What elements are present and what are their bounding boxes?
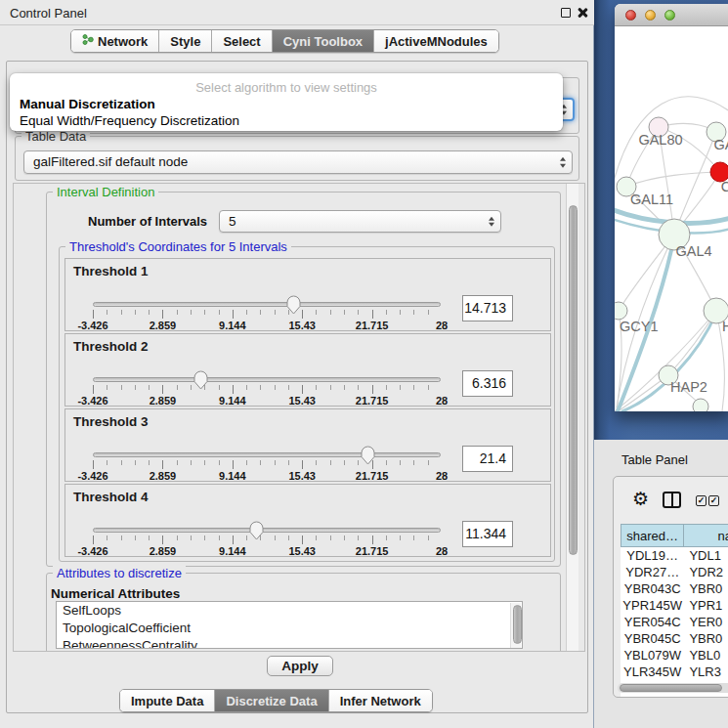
network-window-titlebar[interactable] [615, 4, 728, 26]
table-row[interactable]: YDR27…YDR2 [621, 564, 728, 580]
cyni-toolbox-panel: Discretization Algorithm Table Data galF… [6, 61, 588, 713]
tab-infer-network[interactable]: Infer Network [329, 690, 432, 711]
tab-style[interactable]: Style [159, 30, 212, 52]
number-of-intervals-value: 5 [229, 214, 236, 229]
threshold-4-label: Threshold 4 [73, 490, 149, 504]
table-row[interactable]: YDL19…YDL1 [621, 547, 728, 564]
gear-icon[interactable]: ⚙ [632, 490, 649, 508]
cell-name[interactable]: YBR0 [684, 580, 728, 597]
threshold-4-panel: Threshold 4 -3.4262.8599.14415.4321.7152… [64, 484, 551, 557]
threshold-2-slider-thumb[interactable] [192, 369, 210, 390]
numerical-attributes-list[interactable]: SelfLoopsTopologicalCoefficientBetweenne… [56, 601, 523, 649]
tab-style-label: Style [170, 34, 200, 49]
tab-jactivemnodules[interactable]: jActiveMNodules [374, 30, 498, 52]
cell-shared-name[interactable]: YBR043C [621, 580, 684, 597]
attributes-group-label: Attributes to discretize [53, 566, 186, 580]
threshold-3-slider-track[interactable] [93, 452, 441, 457]
threshold-2-value-field[interactable]: 6.316 [462, 370, 513, 397]
network-canvas[interactable]: GAL80GACGAL11GAL4GCY1HHAP2 [615, 26, 728, 411]
number-of-intervals-combobox[interactable]: 5 [219, 210, 501, 233]
columns-icon[interactable] [663, 492, 681, 508]
threshold-2-slider-track[interactable] [93, 377, 441, 382]
network-view-window: GAL80GACGAL11GAL4GCY1HHAP2 [615, 4, 728, 411]
table-row[interactable]: YLR345WYLR3 [621, 664, 728, 680]
table-header-row: shared… na [621, 524, 728, 547]
threshold-3-value-field[interactable]: 21.4 [462, 446, 513, 472]
table-data-combobox[interactable]: galFiltered.sif default node [23, 150, 573, 174]
checkbox-icon[interactable]: ✓ [696, 495, 707, 506]
column-header-name[interactable]: na [684, 524, 728, 547]
popup-option-equal-width-frequency[interactable]: Equal Width/Frequency Discretization [14, 112, 559, 129]
threshold-1-value-field[interactable]: 14.713 [462, 295, 513, 321]
cell-name[interactable]: YLR3 [684, 664, 728, 680]
attributes-list-scrollbar[interactable] [510, 603, 521, 649]
cell-name[interactable]: YDR2 [684, 564, 728, 580]
threshold-3-slider-thumb[interactable] [359, 445, 377, 465]
cell-shared-name[interactable]: YDR27… [621, 564, 684, 580]
cell-name[interactable]: YBR0 [684, 630, 728, 647]
combo-stepper-icon [489, 216, 494, 227]
table-panel: Table Panel ⚙ ✓ ✓ shared… na YDL19…YDL1Y… [594, 440, 728, 728]
network-node-unlabeled[interactable] [693, 399, 708, 411]
column-header-shared[interactable]: shared… [621, 524, 684, 547]
tab-network[interactable]: Network [71, 30, 159, 52]
table-row[interactable]: YBL079WYBL0 [621, 647, 728, 664]
attribute-list-item[interactable]: BetweennessCentrality [57, 637, 522, 649]
cell-shared-name[interactable]: YLR345W [621, 664, 684, 680]
close-icon[interactable] [577, 7, 588, 19]
cell-shared-name[interactable]: YBR045C [621, 630, 684, 647]
threshold-4-slider-track[interactable] [93, 528, 441, 533]
cell-shared-name[interactable]: YPR145W [621, 597, 684, 614]
cell-name[interactable]: YBL0 [684, 647, 728, 664]
cyni-bottom-tab-bar: Impute Data Discretize Data Infer Networ… [119, 689, 433, 712]
table-hscrollbar-thumb[interactable] [620, 684, 722, 692]
network-node-GCY1[interactable] [615, 302, 627, 320]
tab-cyni-toolbox-label: Cyni Toolbox [283, 34, 363, 49]
table-row[interactable]: YPR145WYPR1 [621, 597, 728, 614]
network-node-label: H [722, 319, 728, 334]
attribute-list-item[interactable]: TopologicalCoefficient [57, 620, 522, 637]
threshold-2-panel: Threshold 2 -3.4262.8599.14415.4321.7152… [64, 333, 551, 407]
slider-tick-label: 21.715 [356, 545, 389, 557]
popup-option-manual-discretization[interactable]: Manual Discretization [14, 96, 559, 112]
slider-tick-label: 21.715 [356, 320, 389, 331]
slider-tick-label: 28 [436, 545, 448, 557]
table-data-group: Table Data galFiltered.sif default node [15, 136, 579, 181]
interval-definition-group: Interval Definition Number of Intervals … [46, 192, 561, 567]
window-title: Control Panel [10, 6, 87, 21]
threshold-1-slider-thumb[interactable] [284, 294, 303, 315]
tab-impute-data[interactable]: Impute Data [120, 690, 215, 711]
cell-shared-name[interactable]: YER054C [621, 614, 684, 630]
table-row[interactable]: YER054CYER0 [621, 614, 728, 630]
control-panel-tab-bar: Network Style Select Cyni Toolbox jActiv… [70, 29, 499, 53]
cell-name[interactable]: YDL1 [684, 547, 728, 564]
settings-scrollbar[interactable] [566, 184, 578, 651]
minimize-traffic-light-icon[interactable] [645, 10, 656, 21]
network-edge[interactable] [626, 172, 720, 187]
cell-shared-name[interactable]: YDL19… [621, 547, 684, 564]
table-body: YDL19…YDL1YDR27…YDR2YBR043CYBR0YPR145WYP… [621, 547, 728, 697]
checkbox-icon[interactable]: ✓ [708, 495, 719, 506]
tab-discretize-data[interactable]: Discretize Data [215, 690, 328, 711]
tab-infer-network-label: Infer Network [340, 694, 421, 708]
threshold-4-slider-thumb[interactable] [247, 520, 266, 540]
threshold-4-value-field[interactable]: 11.344 [462, 521, 513, 547]
network-node-label: GA [714, 137, 728, 152]
float-window-icon[interactable] [561, 8, 571, 18]
cell-name[interactable]: YER0 [684, 614, 728, 630]
tab-select[interactable]: Select [212, 30, 272, 52]
settings-scrollbar-thumb[interactable] [569, 205, 578, 555]
cell-name[interactable]: YPR1 [684, 597, 728, 614]
close-traffic-light-icon[interactable] [625, 10, 636, 21]
threshold-3-label: Threshold 3 [73, 414, 149, 429]
attribute-list-item[interactable]: SelfLoops [57, 602, 522, 620]
cell-shared-name[interactable]: YBL079W [621, 647, 684, 664]
table-row[interactable]: YBR045CYBR0 [621, 630, 728, 647]
table-horizontal-scrollbar[interactable] [618, 683, 728, 693]
apply-button[interactable]: Apply [267, 656, 333, 676]
tab-cyni-toolbox[interactable]: Cyni Toolbox [273, 30, 374, 52]
zoom-traffic-light-icon[interactable] [664, 10, 675, 21]
table-row[interactable]: YBR043CYBR0 [621, 580, 728, 597]
threshold-3-panel: Threshold 3 -3.4262.8599.14415.4321.7152… [64, 408, 551, 482]
threshold-1-slider-track[interactable] [93, 302, 441, 307]
